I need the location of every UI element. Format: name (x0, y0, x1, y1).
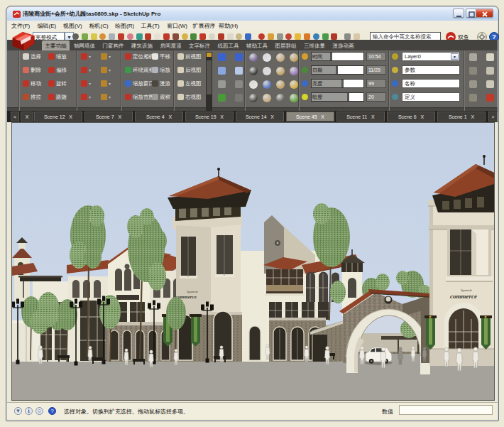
svg-text:Spanish: Spanish (187, 290, 198, 293)
svg-text:commerce: commerce (450, 293, 477, 300)
svg-text:Spanish: Spanish (461, 288, 472, 292)
